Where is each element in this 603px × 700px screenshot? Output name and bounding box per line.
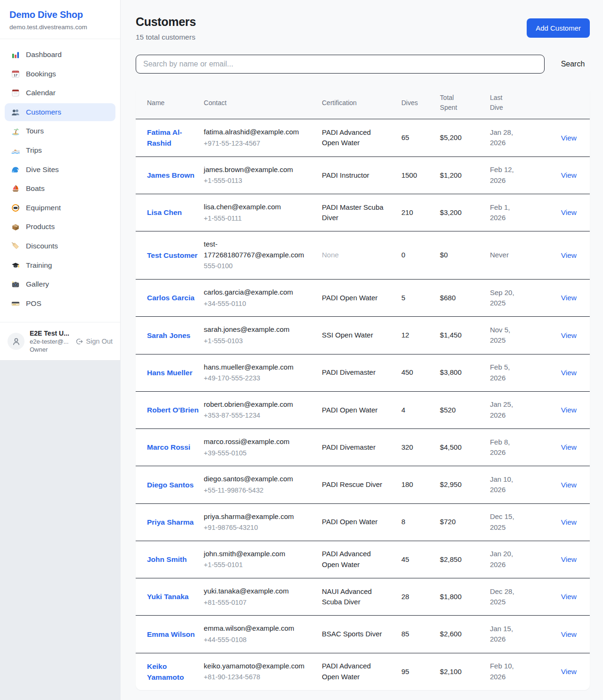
customer-name-link[interactable]: Fatima Al-Rashid (147, 127, 199, 149)
graduation-cap-icon (11, 261, 20, 270)
table-header: Name Contact Certification Dives Total S… (136, 87, 590, 119)
customer-contact: james.brown@example.com +1-555-0113 (204, 156, 322, 194)
customer-name-link[interactable]: Yuki Tanaka (147, 591, 188, 602)
customer-name-link[interactable]: Keiko Yamamoto (147, 661, 199, 683)
sign-out-button[interactable]: Sign Out (76, 338, 113, 345)
table-row: Keiko Yamamoto keiko.yamamoto@example.co… (136, 653, 590, 690)
user-info: E2E Test U... e2e-tester@... Owner (30, 329, 71, 353)
view-customer-link[interactable]: View (561, 555, 577, 563)
add-customer-button[interactable]: Add Customer (527, 18, 590, 38)
sidebar-item-trips[interactable]: Trips (5, 141, 115, 160)
col-name: Name (136, 87, 204, 119)
customer-total-spent: $4,500 (440, 429, 490, 466)
view-customer-link[interactable]: View (561, 294, 577, 302)
customer-name-link[interactable]: Robert O'Brien (147, 404, 199, 415)
view-customer-link[interactable]: View (561, 518, 577, 526)
sidebar-item-discounts[interactable]: Discounts (5, 237, 115, 255)
customers-table-card: Name Contact Certification Dives Total S… (136, 87, 590, 690)
customer-total-spent: $680 (440, 280, 490, 317)
view-customer-link[interactable]: View (561, 443, 577, 451)
table-row: Test Customer test-1772681807767@example… (136, 231, 590, 280)
customer-email: diego.santos@example.com (204, 474, 318, 485)
customer-dives: 95 (401, 653, 440, 690)
view-customer-link[interactable]: View (561, 251, 577, 259)
customer-certification: PADI Divemaster (322, 354, 401, 391)
bar-chart-icon (11, 50, 20, 59)
sidebar-item-bookings[interactable]: 17 Bookings (5, 65, 115, 83)
view-customer-link[interactable]: View (561, 208, 577, 216)
customer-contact: emma.wilson@example.com +44-555-0108 (204, 616, 322, 653)
customer-phone: +44-555-0108 (204, 635, 318, 645)
customer-name-link[interactable]: Lisa Chen (147, 207, 182, 218)
diving-mask-icon (11, 204, 20, 212)
page-title: Customers (136, 15, 196, 29)
table-row: Fatima Al-Rashid fatima.alrashid@example… (136, 119, 590, 157)
view-customer-link[interactable]: View (561, 630, 577, 638)
view-customer-link[interactable]: View (561, 406, 577, 414)
sidebar-item-equipment[interactable]: Equipment (5, 199, 115, 217)
search-input[interactable] (136, 55, 545, 74)
sidebar-item-tours[interactable]: Tours (5, 122, 115, 140)
customer-name-link[interactable]: Emma Wilson (147, 629, 195, 640)
customer-last-dive: Feb 12, 2026 (490, 165, 517, 186)
sidebar-item-calendar[interactable]: Calendar (5, 84, 115, 102)
customer-certification: PADI Advanced Open Water (322, 653, 401, 690)
customer-phone: +1-555-0103 (204, 336, 318, 346)
view-customer-link[interactable]: View (561, 593, 577, 601)
customer-name-link[interactable]: John Smith (147, 554, 187, 565)
logout-icon (76, 338, 83, 345)
customer-name-link[interactable]: James Brown (147, 170, 195, 181)
search-button[interactable]: Search (556, 60, 590, 68)
customer-dives: 5 (401, 280, 440, 317)
table-row: Hans Mueller hans.mueller@example.com +4… (136, 354, 590, 391)
sidebar-item-gallery[interactable]: Gallery (5, 275, 115, 294)
view-customer-link[interactable]: View (561, 331, 577, 339)
sidebar-item-customers[interactable]: Customers (5, 103, 115, 122)
customer-total-spent: $720 (440, 503, 490, 541)
credit-card-icon (11, 299, 20, 308)
customer-email: emma.wilson@example.com (204, 623, 318, 634)
customer-phone: +353-87-555-1234 (204, 411, 318, 421)
col-dives: Dives (401, 87, 440, 119)
view-customer-link[interactable]: View (561, 369, 577, 377)
customer-certification: PADI Open Water (322, 503, 401, 541)
customer-name-link[interactable]: Carlos Garcia (147, 292, 195, 303)
sidebar-item-products[interactable]: Products (5, 218, 115, 236)
customer-name-link[interactable]: Test Customer (147, 250, 197, 261)
customer-last-dive: Jan 20, 2026 (490, 549, 517, 570)
customer-dives: 8 (401, 503, 440, 541)
customer-name-link[interactable]: Sarah Jones (147, 330, 190, 341)
sidebar-item-dashboard[interactable]: Dashboard (5, 46, 115, 64)
customer-email: test-1772681807767@example.com (204, 239, 318, 260)
customer-name-link[interactable]: Diego Santos (147, 479, 194, 490)
sidebar-item-training[interactable]: Training (5, 256, 115, 275)
sidebar-item-pos[interactable]: POS (5, 295, 115, 313)
customer-certification: None (322, 231, 401, 280)
customer-phone: +971-55-123-4567 (204, 139, 318, 149)
view-customer-link[interactable]: View (561, 134, 577, 142)
sidebar-item-dive-sites[interactable]: Dive Sites (5, 161, 115, 179)
customer-phone: +1-555-0101 (204, 560, 318, 570)
customer-name-link[interactable]: Hans Mueller (147, 367, 192, 378)
sidebar-item-boats[interactable]: Boats (5, 180, 115, 198)
customer-name-link[interactable]: Marco Rossi (147, 442, 190, 453)
customer-dives: 85 (401, 616, 440, 653)
customer-certification: PADI Open Water (322, 391, 401, 428)
customer-last-dive: Sep 20, 2025 (490, 288, 517, 309)
customer-name-link[interactable]: Priya Sharma (147, 517, 194, 527)
customer-total-spent: $3,800 (440, 354, 490, 391)
customer-dives: 12 (401, 317, 440, 354)
customer-contact: sarah.jones@example.com +1-555-0103 (204, 317, 322, 354)
sailboat-icon (11, 184, 20, 193)
user-role: Owner (30, 346, 71, 353)
view-customer-link[interactable]: View (561, 667, 577, 675)
customer-dives: 210 (401, 194, 440, 231)
view-customer-link[interactable]: View (561, 481, 577, 489)
table-row: Yuki Tanaka yuki.tanaka@example.com +81-… (136, 578, 590, 616)
customer-total-spent: $2,100 (440, 653, 490, 690)
table-row: John Smith john.smith@example.com +1-555… (136, 541, 590, 578)
customer-dives: 4 (401, 391, 440, 428)
view-customer-link[interactable]: View (561, 171, 577, 179)
search-row: Search (136, 55, 590, 74)
customer-contact: priya.sharma@example.com +91-98765-43210 (204, 503, 322, 541)
